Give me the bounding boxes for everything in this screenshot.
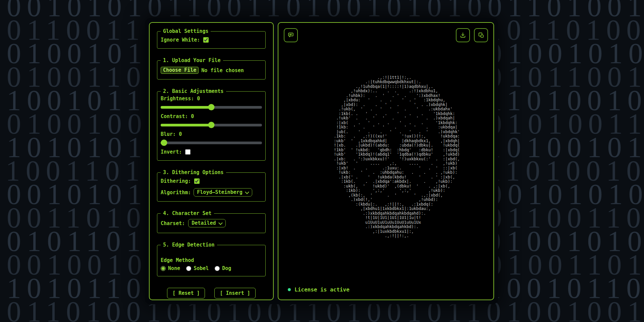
edge-method-radio-group: NoneSobelDog [161, 265, 262, 271]
chat-icon [287, 32, 294, 39]
charset-select[interactable]: Detailed [188, 219, 226, 227]
dithering-label: Dithering: [161, 178, 191, 184]
brightness-slider[interactable] [161, 104, 262, 110]
charset-legend: 4. Character Set [161, 210, 214, 216]
invert-label: Invert: [161, 149, 182, 155]
dithering-checkbox[interactable] [194, 178, 200, 184]
copy-icon [477, 32, 485, 39]
edge-detection-legend: 5. Edge Detection [161, 242, 217, 248]
edge-method-radio-sobel[interactable] [186, 266, 191, 271]
file-chosen-text: No file chosen [201, 67, 244, 73]
edge-detection-section: 5. Edge Detection Edge Method NoneSobelD… [157, 242, 266, 276]
license-status: License is active [288, 286, 350, 293]
sliders-container: Brightness: 0Contrast: 0Blur: 0 [161, 96, 262, 146]
edge-method-option-none[interactable]: None [161, 265, 180, 271]
algorithm-select[interactable]: Floyd–Steinberg [194, 188, 252, 197]
contrast-label: Contrast: 0 [161, 113, 262, 119]
basic-adjustments-section: 2. Basic Adjustments Brightness: 0Contra… [157, 88, 266, 161]
edge-method-option-sobel[interactable]: Sobel [186, 265, 209, 271]
insert-button[interactable]: [ Insert ] [214, 288, 255, 299]
edge-method-option-label: Sobel [194, 265, 209, 271]
edge-method-option-dog[interactable]: Dog [215, 265, 231, 271]
download-button[interactable] [456, 28, 470, 42]
invert-checkbox[interactable] [185, 149, 191, 155]
global-settings-section: Global Settings Ignore White: [157, 28, 266, 49]
ignore-white-checkbox[interactable] [203, 37, 209, 43]
actions-row: [ Reset ] [ Insert ] [157, 285, 266, 300]
choose-file-button[interactable]: Choose File [161, 67, 199, 74]
charset-label: Charset: [161, 220, 185, 226]
edge-method-radio-dog[interactable] [215, 266, 220, 271]
preview-toolbar [456, 28, 488, 42]
upload-legend: 1. Upload Your File [161, 57, 223, 63]
download-icon [459, 32, 467, 39]
license-status-dot [288, 288, 291, 291]
blur-slider[interactable] [161, 140, 262, 146]
copy-button[interactable] [474, 28, 488, 42]
reset-button[interactable]: [ Reset ] [167, 288, 205, 299]
blur-label: Blur: 0 [161, 131, 262, 137]
basic-adjustments-legend: 2. Basic Adjustments [161, 88, 226, 94]
license-status-text: License is active [294, 286, 350, 293]
charset-select-wrap: Detailed [188, 219, 226, 227]
upload-section: 1. Upload Your File Choose File No file … [157, 57, 266, 79]
algorithm-label: Algorithm: [161, 190, 191, 196]
edge-method-radio-none[interactable] [161, 266, 166, 271]
dithering-legend: 3. Dithering Options [161, 169, 226, 175]
algorithm-select-wrap: Floyd–Steinberg [194, 188, 252, 197]
preview-panel: .,:!|1tt1|!:,. .:|tuhkdbqwwqbdkhxut|:. .… [278, 22, 494, 300]
feedback-button[interactable] [284, 28, 298, 42]
ascii-art-preview: .,:!|1tt1|!:,. .:|tuhkdbqwwqbdkhxut|:. .… [312, 75, 460, 238]
dithering-section: 3. Dithering Options Dithering: Algorith… [157, 169, 266, 202]
global-settings-legend: Global Settings [161, 28, 211, 34]
settings-panel: Global Settings Ignore White: 1. Upload … [149, 22, 274, 300]
app-window: Global Settings Ignore White: 1. Upload … [145, 18, 498, 304]
charset-section: 4. Character Set Charset: Detailed [157, 210, 266, 233]
edge-method-option-label: Dog [222, 265, 231, 271]
ignore-white-label: Ignore White: [161, 37, 200, 43]
edge-method-option-label: None [168, 265, 180, 271]
brightness-label: Brightness: 0 [161, 96, 262, 102]
edge-method-label: Edge Method [161, 257, 262, 263]
contrast-slider[interactable] [161, 122, 262, 128]
